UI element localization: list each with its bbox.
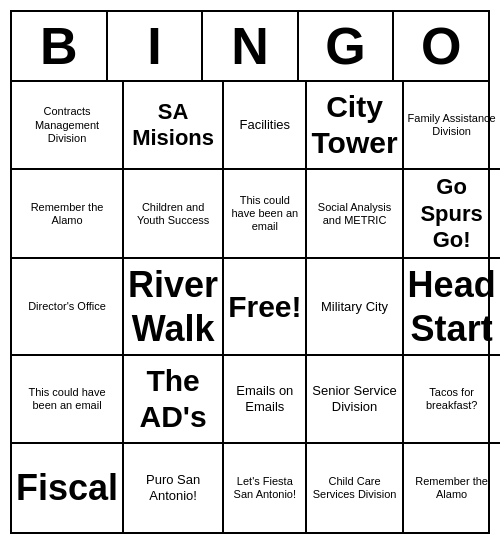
cell-text-7: This could have been an email <box>228 194 301 234</box>
cell-text-1: SA Misions <box>128 99 218 152</box>
cell-text-8: Social Analysis and METRIC <box>311 201 397 227</box>
bingo-cell-14: Head Start <box>404 259 500 355</box>
bingo-header: BINGO <box>12 12 488 82</box>
bingo-cell-24: Remember the Alamo <box>404 444 500 532</box>
bingo-cell-19: Tacos for breakfast? <box>404 356 500 444</box>
cell-text-17: Emails on Emails <box>228 383 301 414</box>
cell-text-12: Free! <box>228 289 301 325</box>
cell-text-10: Director's Office <box>28 300 106 313</box>
cell-text-4: Family Assistance Division <box>408 112 496 138</box>
cell-text-5: Remember the Alamo <box>16 201 118 227</box>
bingo-grid: Contracts Management DivisionSA MisionsF… <box>12 82 488 532</box>
bingo-cell-22: Let's Fiesta San Antonio! <box>224 444 307 532</box>
cell-text-21: Puro San Antonio! <box>128 472 218 503</box>
bingo-card: BINGO Contracts Management DivisionSA Mi… <box>10 10 490 534</box>
cell-text-18: Senior Service Division <box>311 383 397 414</box>
cell-text-6: Children and Youth Success <box>128 201 218 227</box>
bingo-cell-4: Family Assistance Division <box>404 82 500 170</box>
header-letter-i: I <box>108 12 204 80</box>
cell-text-16: The AD's <box>128 363 218 435</box>
bingo-cell-10: Director's Office <box>12 259 124 355</box>
header-letter-o: O <box>394 12 488 80</box>
cell-text-20: Fiscal <box>16 466 118 509</box>
bingo-cell-11: River Walk <box>124 259 224 355</box>
header-letter-g: G <box>299 12 395 80</box>
bingo-cell-20: Fiscal <box>12 444 124 532</box>
cell-text-23: Child Care Services Division <box>311 475 397 501</box>
bingo-cell-2: Facilities <box>224 82 307 170</box>
bingo-cell-17: Emails on Emails <box>224 356 307 444</box>
bingo-cell-12: Free! <box>224 259 307 355</box>
cell-text-14: Head Start <box>408 263 496 349</box>
cell-text-19: Tacos for breakfast? <box>408 386 496 412</box>
bingo-cell-0: Contracts Management Division <box>12 82 124 170</box>
bingo-cell-9: Go Spurs Go! <box>404 170 500 259</box>
bingo-cell-8: Social Analysis and METRIC <box>307 170 403 259</box>
header-letter-n: N <box>203 12 299 80</box>
cell-text-0: Contracts Management Division <box>16 105 118 145</box>
cell-text-13: Military City <box>321 299 388 315</box>
bingo-cell-21: Puro San Antonio! <box>124 444 224 532</box>
header-letter-b: B <box>12 12 108 80</box>
cell-text-22: Let's Fiesta San Antonio! <box>228 475 301 501</box>
cell-text-15: This could have been an email <box>16 386 118 412</box>
bingo-cell-15: This could have been an email <box>12 356 124 444</box>
bingo-cell-16: The AD's <box>124 356 224 444</box>
cell-text-3: City Tower <box>311 89 397 161</box>
bingo-cell-3: City Tower <box>307 82 403 170</box>
cell-text-24: Remember the Alamo <box>408 475 496 501</box>
bingo-cell-23: Child Care Services Division <box>307 444 403 532</box>
cell-text-2: Facilities <box>240 117 291 133</box>
bingo-cell-1: SA Misions <box>124 82 224 170</box>
bingo-cell-6: Children and Youth Success <box>124 170 224 259</box>
bingo-cell-13: Military City <box>307 259 403 355</box>
bingo-cell-18: Senior Service Division <box>307 356 403 444</box>
cell-text-11: River Walk <box>128 263 218 349</box>
bingo-cell-5: Remember the Alamo <box>12 170 124 259</box>
cell-text-9: Go Spurs Go! <box>408 174 496 253</box>
bingo-cell-7: This could have been an email <box>224 170 307 259</box>
